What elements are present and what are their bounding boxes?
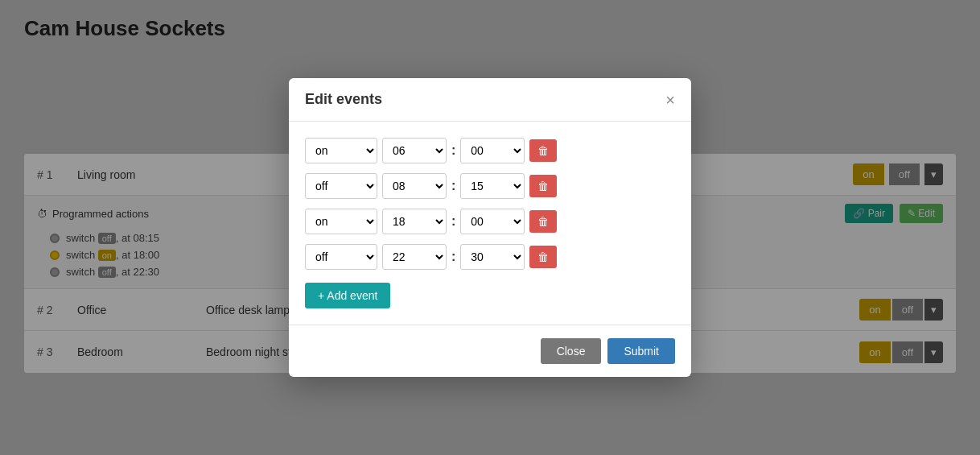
modal-footer: Close Submit [289, 325, 691, 377]
event-3-minute-select[interactable]: 00 [460, 209, 525, 234]
edit-events-modal: Edit events × on off 06 : 00 🗑 [289, 78, 691, 377]
event-4-minute-select[interactable]: 30 [460, 244, 525, 270]
modal-body: on off 06 : 00 🗑 on off 08 [289, 122, 691, 325]
event-2-minute-select[interactable]: 15 [460, 173, 525, 199]
event-3-delete-button[interactable]: 🗑 [529, 210, 557, 233]
event-2-action-select[interactable]: on off [305, 173, 377, 199]
event-4-delete-button[interactable]: 🗑 [529, 246, 557, 268]
event-row-3: on off 18 : 00 🗑 [305, 209, 675, 234]
colon-3: : [451, 214, 455, 229]
modal-title: Edit events [305, 91, 382, 108]
event-1-action-select[interactable]: on off [305, 138, 377, 163]
add-event-button[interactable]: + Add event [305, 283, 390, 308]
event-2-hour-select[interactable]: 08 [382, 173, 447, 199]
event-row-1: on off 06 : 00 🗑 [305, 138, 675, 163]
event-1-minute-select[interactable]: 00 [460, 138, 525, 163]
modal-close-btn[interactable]: Close [541, 338, 602, 364]
colon-1: : [451, 143, 455, 158]
event-row-4: on off 22 : 30 🗑 [305, 244, 675, 270]
modal-overlay: Edit events × on off 06 : 00 🗑 [0, 0, 980, 455]
colon-2: : [451, 179, 455, 193]
event-4-hour-select[interactable]: 22 [382, 244, 447, 270]
event-3-action-select[interactable]: on off [305, 209, 377, 234]
event-3-hour-select[interactable]: 18 [382, 209, 447, 234]
event-4-action-select[interactable]: on off [305, 244, 377, 270]
colon-4: : [451, 250, 455, 264]
event-1-hour-select[interactable]: 06 [382, 138, 447, 163]
modal-close-button[interactable]: × [665, 92, 675, 108]
event-1-delete-button[interactable]: 🗑 [529, 139, 557, 162]
modal-header: Edit events × [289, 78, 691, 122]
event-2-delete-button[interactable]: 🗑 [529, 175, 557, 197]
event-row-2: on off 08 : 15 🗑 [305, 173, 675, 199]
modal-submit-btn[interactable]: Submit [607, 338, 675, 364]
